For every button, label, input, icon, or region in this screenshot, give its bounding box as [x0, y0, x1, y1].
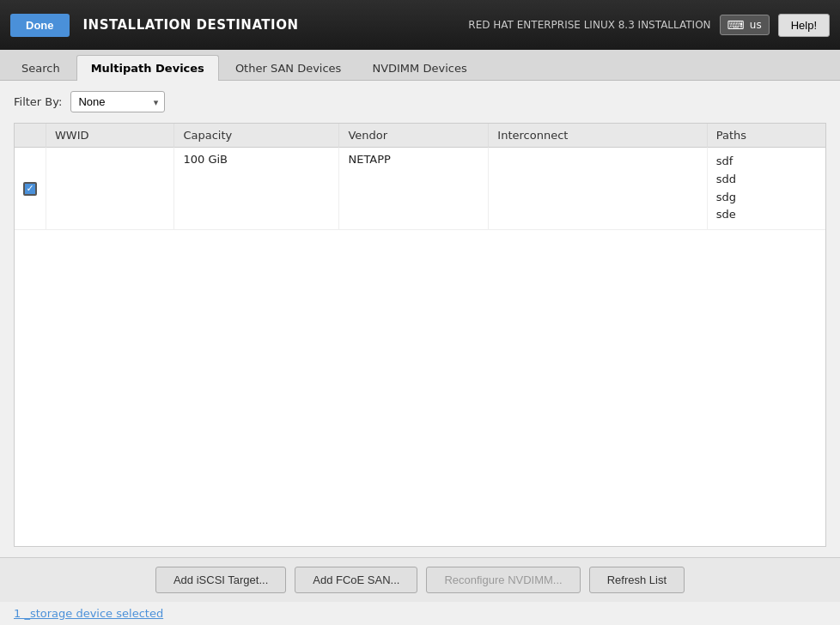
top-bar: Done INSTALLATION DESTINATION RED HAT EN… [0, 0, 840, 50]
filter-select-wrapper[interactable]: None Vendor Size Interconnect [70, 91, 165, 112]
done-button[interactable]: Done [10, 14, 70, 37]
keyboard-icon: ⌨ [727, 18, 745, 32]
content-area: Filter By: None Vendor Size Interconnect… [0, 81, 840, 557]
row-wwid [46, 148, 174, 230]
path-item: sde [716, 206, 817, 224]
reconfigure-nvdimm-button[interactable]: Reconfigure NVDIMM... [426, 567, 580, 593]
devices-table: WWID Capacity Vendor Interconnect Paths … [15, 124, 825, 230]
locale-value: us [750, 19, 762, 31]
col-paths: Paths [707, 124, 825, 148]
add-iscsi-button[interactable]: Add iSCSI Target... [155, 567, 286, 593]
col-vendor: Vendor [339, 124, 489, 148]
locale-selector[interactable]: ⌨ us [720, 15, 770, 35]
add-fcoe-button[interactable]: Add FCoE SAN... [295, 567, 417, 593]
tab-search[interactable]: Search [7, 55, 75, 81]
top-bar-left: Done INSTALLATION DESTINATION [10, 14, 298, 37]
row-interconnect [489, 148, 707, 230]
col-capacity: Capacity [174, 124, 339, 148]
path-item: sdd [716, 171, 817, 189]
footer: 1 _storage device selected [0, 602, 840, 625]
table-header-row: WWID Capacity Vendor Interconnect Paths [15, 124, 825, 148]
devices-table-container: WWID Capacity Vendor Interconnect Paths … [14, 123, 826, 547]
row-paths: sdf sdd sdg sde [707, 148, 825, 230]
col-wwid: WWID [46, 124, 174, 148]
bottom-bar: Add iSCSI Target... Add FCoE SAN... Reco… [0, 557, 840, 602]
main-content: Search Multipath Devices Other SAN Devic… [0, 50, 840, 602]
tabs-bar: Search Multipath Devices Other SAN Devic… [0, 50, 840, 81]
page-title: INSTALLATION DESTINATION [83, 17, 299, 33]
refresh-list-button[interactable]: Refresh List [589, 567, 685, 593]
selected-devices-link[interactable]: 1 _storage device selected [14, 607, 163, 620]
filter-by-label: Filter By: [14, 95, 62, 108]
top-bar-right: RED HAT ENTERPRISE LINUX 8.3 INSTALLATIO… [468, 14, 830, 37]
path-item: sdf [716, 153, 817, 171]
row-vendor: NETAPP [339, 148, 489, 230]
tab-multipath[interactable]: Multipath Devices [76, 55, 219, 81]
paths-list: sdf sdd sdg sde [716, 153, 817, 224]
row-checkbox-cell[interactable] [15, 148, 46, 230]
filter-bar: Filter By: None Vendor Size Interconnect [14, 91, 826, 112]
row-capacity: 100 GiB [174, 148, 339, 230]
filter-select[interactable]: None Vendor Size Interconnect [70, 91, 165, 112]
col-checkbox [15, 124, 46, 148]
tab-other-san[interactable]: Other SAN Devices [221, 55, 356, 81]
row-checkbox[interactable] [23, 182, 37, 196]
tab-nvdimm[interactable]: NVDIMM Devices [357, 55, 481, 81]
path-item: sdg [716, 189, 817, 207]
help-button[interactable]: Help! [778, 14, 830, 37]
table-row: 100 GiB NETAPP sdf sdd sdg sde [15, 148, 825, 230]
col-interconnect: Interconnect [489, 124, 707, 148]
redhat-title: RED HAT ENTERPRISE LINUX 8.3 INSTALLATIO… [468, 19, 710, 31]
